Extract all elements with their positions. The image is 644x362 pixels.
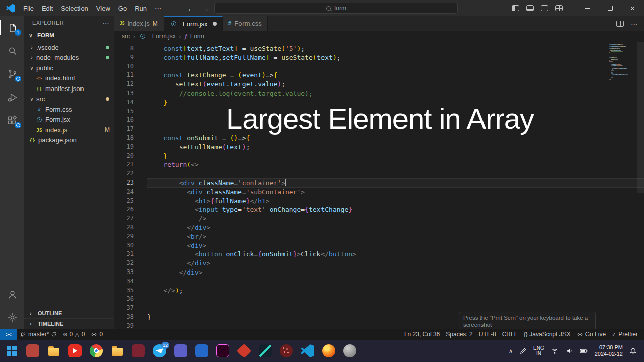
activity-account[interactable] bbox=[0, 283, 24, 306]
code-line[interactable]: 36 bbox=[114, 295, 644, 304]
code-line[interactable]: 8 const[text,setText] = useState('5'); bbox=[114, 44, 644, 53]
prettier-status[interactable]: ✓ Prettier bbox=[609, 329, 641, 340]
code-line[interactable]: 24 <div className='subContainer'> bbox=[114, 188, 644, 197]
code-line[interactable]: 21 return(<> bbox=[114, 160, 644, 169]
activity-settings[interactable] bbox=[0, 306, 24, 329]
problems-status[interactable]: ⊗ 0 △ 0 bbox=[60, 329, 88, 340]
taskbar-app-blue[interactable] bbox=[195, 344, 208, 357]
tree-folder-.vscode[interactable]: ›.vscode bbox=[24, 42, 114, 53]
code-line[interactable]: 32 </div> bbox=[114, 259, 644, 268]
code-line[interactable]: 31 <button onClick={onSubmit}>Click</but… bbox=[114, 250, 644, 259]
taskbar-app-crimson[interactable] bbox=[237, 344, 252, 358]
taskbar-youtube[interactable] bbox=[68, 344, 82, 357]
taskbar-app-dots[interactable] bbox=[280, 344, 293, 357]
split-editor-icon[interactable] bbox=[616, 21, 624, 27]
activity-explorer[interactable]: 1 bbox=[0, 16, 24, 39]
tree-folder-node_modules[interactable]: ›node_modules bbox=[24, 53, 114, 63]
command-center-search[interactable]: form bbox=[214, 3, 458, 14]
dirty-indicator-icon[interactable] bbox=[213, 22, 217, 26]
breadcrumb-symbol[interactable]: Form bbox=[190, 33, 204, 40]
activity-search[interactable] bbox=[0, 39, 24, 62]
project-section-header[interactable]: ∨ FORM bbox=[24, 29, 114, 41]
taskbar-firefox[interactable] bbox=[322, 344, 335, 357]
code-line[interactable]: 34 bbox=[114, 277, 644, 286]
code-line[interactable]: 23 <div className='container'> bbox=[114, 178, 644, 188]
tree-folder-public[interactable]: ∨public bbox=[24, 63, 114, 73]
code-line[interactable]: 29 <br/> bbox=[114, 232, 644, 241]
cursor-position[interactable]: Ln 23, Col 36 bbox=[401, 329, 443, 340]
breadcrumb-src[interactable]: src bbox=[122, 33, 130, 40]
minimize-button[interactable] bbox=[576, 0, 599, 16]
tab-form-css[interactable]: # Form.css bbox=[223, 16, 268, 31]
taskbar-folder[interactable] bbox=[111, 344, 124, 357]
sidebar-more-icon[interactable]: ⋯ bbox=[103, 19, 109, 27]
tree-file-package.json[interactable]: {}package.json bbox=[24, 135, 114, 146]
volume-icon[interactable] bbox=[566, 347, 573, 354]
code-line[interactable]: 19 setFullName(text); bbox=[114, 143, 644, 152]
editor-more-actions-icon[interactable]: ⋯ bbox=[631, 20, 638, 28]
code-line[interactable]: 28 </div> bbox=[114, 223, 644, 232]
menu-edit[interactable]: Edit bbox=[38, 3, 57, 14]
taskbar-app-maroon[interactable] bbox=[132, 344, 145, 357]
go-live-button[interactable]: Go Live bbox=[574, 329, 609, 340]
code-line[interactable]: 9 const[fullName,setFullName] = useState… bbox=[114, 53, 644, 62]
nav-forward-icon[interactable]: → bbox=[202, 4, 209, 13]
tab-index-js[interactable]: JS index.js M bbox=[114, 16, 164, 31]
taskbar-app-violet[interactable] bbox=[174, 344, 187, 357]
code-line[interactable]: 33 </div> bbox=[114, 268, 644, 277]
code-line[interactable]: 12 setText(event.target.value); bbox=[114, 80, 644, 89]
encoding-status[interactable]: UTF-8 bbox=[476, 329, 499, 340]
code-line[interactable]: 20 } bbox=[114, 152, 644, 161]
code-line[interactable]: 27 /> bbox=[114, 214, 644, 223]
toggle-secondary-sidebar-icon[interactable] bbox=[541, 5, 548, 11]
timeline-panel-header[interactable]: › TIMELINE bbox=[24, 318, 114, 329]
menu-file[interactable]: File bbox=[19, 3, 38, 14]
customize-layout-icon[interactable] bbox=[555, 5, 563, 11]
tray-expand-icon[interactable]: ∧ bbox=[509, 348, 513, 354]
activity-run-debug[interactable] bbox=[0, 85, 24, 109]
pen-icon[interactable] bbox=[519, 347, 527, 355]
git-branch-status[interactable]: master* bbox=[17, 329, 60, 340]
minimap[interactable] bbox=[608, 44, 637, 86]
tree-file-Form.jsx[interactable]: Form.jsx bbox=[24, 115, 114, 125]
code-line[interactable]: 10 bbox=[114, 62, 644, 71]
outline-panel-header[interactable]: › OUTLINE bbox=[24, 308, 114, 318]
taskbar-adobe-xd[interactable] bbox=[216, 344, 229, 357]
tree-file-Form.css[interactable]: #Form.css bbox=[24, 104, 114, 115]
code-line[interactable]: 30 <div> bbox=[114, 241, 644, 250]
wifi-icon[interactable] bbox=[551, 347, 559, 354]
menu-more-icon[interactable]: ⋯ bbox=[151, 3, 166, 14]
tree-file-index.js[interactable]: JSindex.jsM bbox=[24, 125, 114, 135]
menu-view[interactable]: View bbox=[92, 3, 114, 14]
tab-form-jsx[interactable]: Form.jsx bbox=[164, 16, 223, 31]
indentation-status[interactable]: Spaces: 2 bbox=[443, 329, 475, 340]
maximize-button[interactable] bbox=[599, 0, 621, 16]
start-button[interactable] bbox=[5, 344, 18, 357]
nav-back-icon[interactable]: ← bbox=[187, 4, 195, 13]
breadcrumb-file[interactable]: Form.jsx bbox=[152, 33, 176, 40]
eol-status[interactable]: CRLF bbox=[499, 329, 521, 340]
tree-file-manifest.json[interactable]: {}manifest.json bbox=[24, 83, 114, 94]
toggle-sidebar-icon[interactable] bbox=[512, 5, 519, 11]
editor-scrollbar[interactable] bbox=[637, 42, 644, 193]
toggle-panel-icon[interactable] bbox=[526, 5, 534, 11]
activity-extensions[interactable] bbox=[0, 109, 24, 132]
taskbar-telegram[interactable]: 12 bbox=[153, 344, 166, 357]
code-line[interactable]: 13 //console.log(event.target.value); bbox=[114, 89, 644, 98]
taskbar-app-red[interactable] bbox=[26, 344, 39, 357]
code-line[interactable]: 11 const textChange = (event)=>{ bbox=[114, 71, 644, 80]
language-indicator[interactable]: ENG IN bbox=[533, 345, 544, 356]
battery-icon[interactable] bbox=[580, 347, 588, 354]
tree-folder-src[interactable]: ∨src bbox=[24, 94, 114, 105]
tree-file-index.html[interactable]: <>index.html bbox=[24, 73, 114, 84]
code-line[interactable]: 25 <h1>{fullName}</h1> bbox=[114, 197, 644, 206]
tray-clock[interactable]: 07:38 PM 2024-02-12 bbox=[595, 344, 623, 358]
code-line[interactable]: 26 <input type='text' onChange={textChan… bbox=[114, 205, 644, 214]
menu-go[interactable]: Go bbox=[114, 3, 131, 14]
menu-selection[interactable]: Selection bbox=[57, 3, 92, 14]
menu-run[interactable]: Run bbox=[131, 3, 151, 14]
code-editor[interactable]: 8 const[text,setText] = useState('5');9 … bbox=[114, 44, 644, 329]
remote-indicator[interactable]: >< bbox=[0, 329, 17, 340]
notifications-icon[interactable] bbox=[629, 347, 637, 355]
taskbar-app-teal[interactable] bbox=[259, 344, 272, 357]
